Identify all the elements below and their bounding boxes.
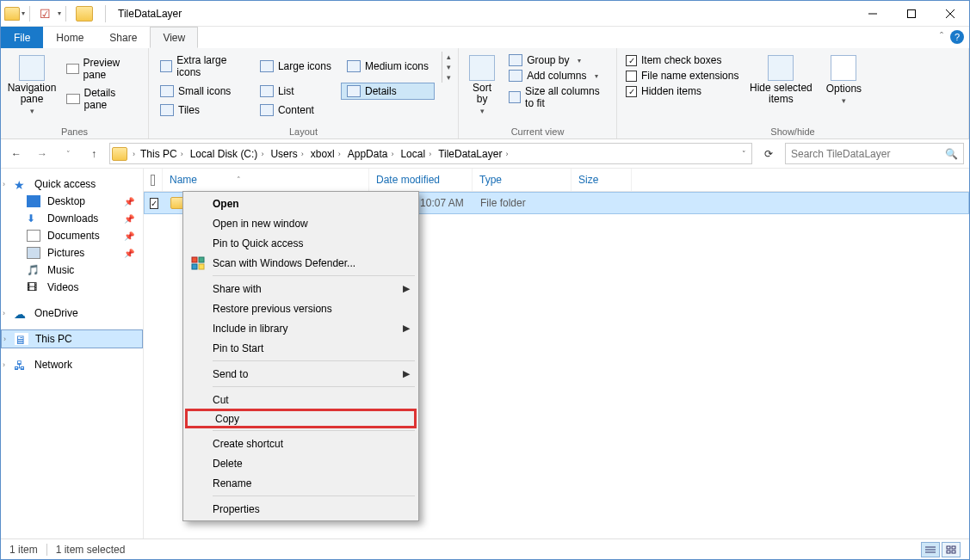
address-bar[interactable]: › This PC›Local Disk (C:)›Users›xboxl›Ap… [109,143,752,164]
item-check-boxes-toggle[interactable]: ✓Item check boxes [622,53,742,67]
qat-dropdown[interactable]: ▾ [22,9,25,17]
ctx-cut[interactable]: Cut [185,390,417,409]
column-checkbox[interactable] [144,169,163,191]
details-pane-button[interactable]: Details pane [63,85,143,113]
address-dropdown[interactable]: ˅ [742,150,746,158]
chevron-right-icon[interactable]: › [338,150,341,158]
close-button[interactable] [930,1,969,26]
tab-file[interactable]: File [1,27,43,48]
minimize-button[interactable] [853,1,892,26]
preview-pane-button[interactable]: Preview pane [63,55,143,83]
chevron-right-icon[interactable]: › [391,150,393,158]
tab-home[interactable]: Home [43,27,96,48]
help-icon[interactable]: ? [950,30,964,44]
chevron-right-icon[interactable]: › [505,150,508,158]
scroll-more-icon[interactable]: ▾ [445,72,453,83]
sidebar-this-pc[interactable]: ›🖥This PC [1,329,143,348]
ctx-pin-start[interactable]: Pin to Start [185,338,417,358]
navigation-pane-button[interactable]: Navigation pane ▾ [6,52,58,119]
chevron-right-icon[interactable]: › [301,150,304,158]
ctx-create-shortcut[interactable]: Create shortcut [185,434,417,453]
sidebar-desktop[interactable]: Desktop📌 [1,193,143,210]
checkbox-icon[interactable] [151,175,155,186]
breadcrumb-segment[interactable]: Users› [267,148,306,160]
hide-selected-button[interactable]: Hide selected items [747,52,814,108]
scroll-up-icon[interactable]: ▴ [445,52,453,62]
chevron-right-icon[interactable]: › [181,150,183,158]
breadcrumb-segment[interactable]: This PC› [137,148,187,160]
file-name-extensions-toggle[interactable]: File name extensions [622,69,742,83]
qat-properties-icon[interactable]: ☑ [34,7,56,21]
qat-dropdown-2[interactable]: ▾ [58,9,61,17]
ctx-pin-quick-access[interactable]: Pin to Quick access [185,233,417,253]
ctx-include-library[interactable]: Include in library▶ [185,318,417,338]
breadcrumb-segment[interactable]: Local Disk (C:)› [187,148,268,160]
layout-content[interactable]: Content [254,102,337,119]
ctx-open[interactable]: Open [185,194,417,213]
navigation-tree[interactable]: ›★Quick access Desktop📌 ⬇Downloads📌 Docu… [1,169,144,538]
ctx-send-to[interactable]: Send to▶ [185,364,417,384]
add-columns-button[interactable]: Add columns▾ [505,69,611,83]
ctx-delete[interactable]: Delete [185,453,417,473]
search-box[interactable]: 🔍 [785,143,964,164]
tab-share[interactable]: Share [96,27,150,48]
breadcrumb-segment[interactable]: xboxl› [307,148,344,160]
chevron-right-icon[interactable]: › [131,150,137,158]
chevron-right-icon[interactable]: › [429,150,431,158]
forward-button[interactable]: → [32,144,53,164]
chevron-right-icon[interactable]: › [261,150,263,158]
back-button[interactable]: ← [6,144,27,164]
expand-icon[interactable]: › [3,180,5,188]
sidebar-downloads[interactable]: ⬇Downloads📌 [1,210,143,227]
column-date[interactable]: Date modified [369,169,473,191]
layout-scroll[interactable]: ▴▾▾ [442,52,453,83]
sort-by-button[interactable]: Sort by ▾ [464,52,500,119]
large-icons-view-button[interactable] [942,542,961,557]
hidden-items-toggle[interactable]: ✓Hidden items [622,84,742,98]
column-size[interactable]: Size [571,169,632,191]
refresh-button[interactable]: ⟳ [757,143,780,164]
sidebar-documents[interactable]: Documents📌 [1,227,143,244]
layout-extra-large-icons[interactable]: Extra large icons [154,52,250,81]
breadcrumb-segment[interactable]: AppData› [344,148,398,160]
group-by-button[interactable]: Group by▾ [505,53,611,67]
layout-details[interactable]: Details [341,83,435,100]
file-list[interactable]: Name˄ Date modified Type Size ✓ Database… [144,169,969,538]
details-view-button[interactable] [921,542,940,557]
ctx-properties[interactable]: Properties [185,499,417,519]
breadcrumb-segment[interactable]: TileDataLayer› [435,148,511,160]
ctx-scan-defender[interactable]: Scan with Windows Defender... [185,253,417,273]
layout-large-icons[interactable]: Large icons [254,52,337,81]
expand-icon[interactable]: › [3,360,5,369]
ctx-rename[interactable]: Rename [185,473,417,493]
breadcrumb-segment[interactable]: Local› [397,148,435,160]
maximize-button[interactable] [892,1,930,26]
layout-medium-icons[interactable]: Medium icons [341,52,435,81]
column-name[interactable]: Name˄ [163,169,369,191]
up-button[interactable]: ↑ [83,144,104,164]
layout-small-icons[interactable]: Small icons [154,83,250,100]
qat-folder-icon[interactable] [4,7,20,21]
expand-icon[interactable]: › [3,309,5,317]
search-icon[interactable]: 🔍 [945,148,958,160]
ctx-share-with[interactable]: Share with▶ [185,279,417,298]
size-all-columns-button[interactable]: Size all columns to fit [505,84,611,110]
expand-icon[interactable]: › [3,335,6,343]
checkbox-checked-icon[interactable]: ✓ [150,198,158,209]
sidebar-quick-access[interactable]: ›★Quick access [1,175,143,193]
ctx-open-new-window[interactable]: Open in new window [185,213,417,233]
sidebar-videos[interactable]: 🎞Videos [1,279,143,296]
sidebar-network[interactable]: ›🖧Network [1,356,143,373]
tab-view[interactable]: View [150,27,198,48]
scroll-down-icon[interactable]: ▾ [445,62,453,72]
recent-locations-button[interactable]: ˅ [58,144,78,164]
ctx-restore-versions[interactable]: Restore previous versions [185,298,417,318]
sidebar-pictures[interactable]: Pictures📌 [1,244,143,262]
options-button[interactable]: Options ▾ [819,52,868,108]
ctx-copy[interactable]: Copy [185,409,417,428]
layout-tiles[interactable]: Tiles [154,102,250,119]
collapse-ribbon-icon[interactable]: ˆ [940,31,943,43]
sidebar-music[interactable]: 🎵Music [1,262,143,279]
column-type[interactable]: Type [473,169,571,191]
search-input[interactable] [791,148,945,160]
